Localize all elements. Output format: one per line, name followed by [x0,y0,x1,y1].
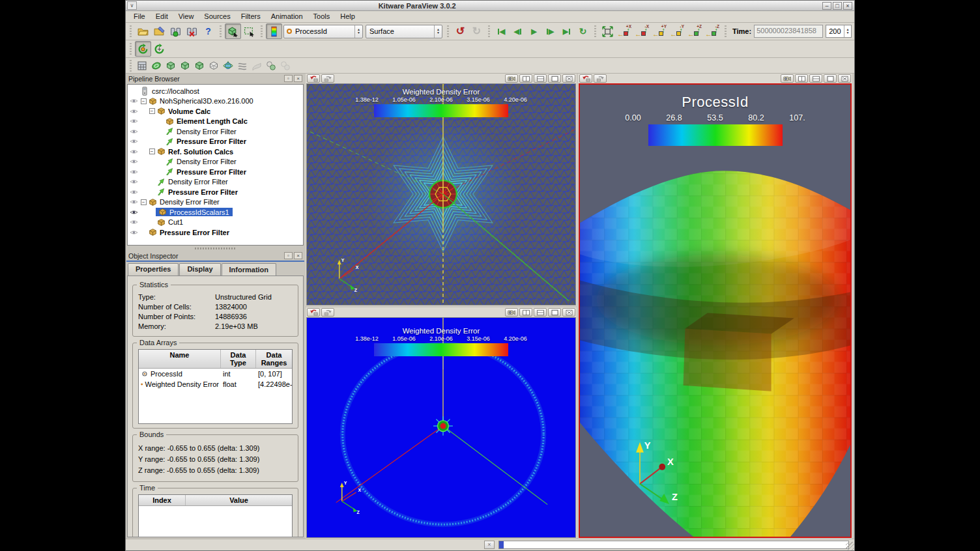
toolbar-grip[interactable] [259,25,264,37]
close-view-button[interactable] [562,74,575,83]
redo-button[interactable]: ↻ [468,23,485,39]
system-menu-icon[interactable]: ∨ [127,1,137,10]
camera-undo-button[interactable] [579,74,592,83]
table-row[interactable]: Weighted Density Error float [4.22498e-1… [139,379,292,389]
panel-close-button[interactable]: × [294,75,302,82]
title-bar[interactable]: ∨ Kitware ParaView 3.0.2 – □ × [126,1,854,11]
lookmark-button[interactable] [781,74,794,83]
tree-expander[interactable]: − [139,199,147,205]
save-data-button[interactable] [151,23,167,39]
menu-filters[interactable]: Filters [236,11,266,22]
calculator-filter-button[interactable] [135,59,149,72]
pipeline-item[interactable]: Density Error Filter [128,126,303,137]
resize-grip-icon[interactable] [846,542,854,550]
toolbar-grip[interactable] [593,25,598,37]
minimize-button[interactable]: – [822,2,831,10]
camera-minus-x-button[interactable]: -X↑← [633,23,651,39]
menu-edit[interactable]: Edit [151,11,173,22]
help-button[interactable]: ? [200,23,216,39]
pipeline-item[interactable]: Element Length Calc [128,117,303,127]
tab-information[interactable]: Information [222,263,277,276]
camera-plus-z-button[interactable]: +Z↑← [686,23,704,39]
camera-minus-y-button[interactable]: -Y↑← [669,23,686,39]
viewport-active[interactable]: Y X Z ProcessId 0.00 26.8 53.5 80.2 107. [579,83,852,538]
time-value-field[interactable]: 500000023841858 [754,25,823,38]
loop-button[interactable]: ↻ [575,23,591,39]
abort-progress-button[interactable]: × [484,541,495,549]
visibility-eye-icon[interactable] [128,199,139,205]
camera-undo-button[interactable] [307,74,320,83]
lookmark-button[interactable] [505,308,518,317]
maximize-view-button[interactable] [824,74,837,83]
toolbar-grip[interactable] [128,43,133,55]
pipeline-item[interactable]: −Volume Calc [128,106,303,117]
warp-filter-button[interactable] [250,59,264,72]
pipeline-item[interactable]: −Density Error Filter [128,197,303,208]
previous-frame-button[interactable]: ◀ [510,23,526,39]
camera-plus-x-button[interactable]: +X↑← [616,23,633,39]
split-vertical-button[interactable] [534,74,547,83]
representation-combo[interactable]: Surface ▲▼ [366,25,442,38]
color-by-combo[interactable]: ProcessId ▲▼ [283,25,363,38]
visibility-eye-icon[interactable] [128,148,139,155]
camera-redo-button[interactable] [321,74,334,83]
camera-minus-z-button[interactable]: -Z↑← [704,23,721,39]
visibility-eye-icon[interactable] [128,229,139,236]
plot-filter-button[interactable] [278,59,293,72]
undo-button[interactable]: ↺ [452,23,468,39]
slice-filter-button[interactable] [178,59,192,72]
lookmark-button[interactable] [505,74,518,83]
visibility-eye-icon[interactable] [128,219,139,225]
color-legend[interactable]: Weighted Density Error 1.38e-12 1.05e-06… [354,88,528,117]
show-center-axes-button[interactable] [135,41,151,57]
maximize-button[interactable]: □ [833,2,842,10]
pipeline-item-selected[interactable]: ProcessIdScalars1 [128,207,303,218]
color-legend[interactable]: Weighted Density Error 1.38e-12 1.05e-06… [354,327,528,356]
toolbar-grip[interactable] [128,60,133,72]
color-legend[interactable]: ProcessId 0.00 26.8 53.5 80.2 107. [611,94,820,146]
last-frame-button[interactable]: ▶ [558,23,575,39]
visibility-eye-icon[interactable] [128,209,139,216]
probe-filter-button[interactable] [264,59,278,72]
pick-center-button[interactable] [151,41,167,57]
tree-expander[interactable]: − [148,108,156,114]
visibility-eye-icon[interactable] [128,98,139,104]
pipeline-item[interactable]: Pressure Error Filter [128,167,303,177]
tab-display[interactable]: Display [179,263,220,276]
menu-tools[interactable]: Tools [308,11,336,22]
close-view-button[interactable] [838,74,851,83]
panel-float-button[interactable]: ▫ [284,252,293,259]
table-row[interactable]: ProcessId int [0, 107] [139,369,292,379]
toolbar-grip[interactable] [723,25,728,37]
visibility-eye-icon[interactable] [128,138,139,145]
panel-float-button[interactable]: ▫ [284,75,293,82]
visibility-eye-icon[interactable] [128,118,139,124]
spinbox-arrows-icon[interactable]: ▲▼ [844,25,852,37]
tree-expander[interactable]: − [139,98,147,104]
split-horizontal-button[interactable] [795,74,808,83]
visibility-eye-icon[interactable] [128,128,139,135]
pipeline-item[interactable]: Pressure Error Filter [128,137,303,147]
connect-button[interactable] [167,23,184,39]
pipeline-item[interactable]: Density Error Filter [128,157,303,167]
processid-block-scene[interactable]: Y X Z [580,85,850,537]
pipeline-item[interactable]: Pressure Error Filter [128,187,303,197]
disconnect-button[interactable] [184,23,200,39]
toolbar-grip[interactable] [218,25,223,37]
threshold-filter-button[interactable] [192,59,207,72]
camera-redo-button[interactable] [594,74,607,83]
tab-properties[interactable]: Properties [128,263,179,276]
close-view-button[interactable] [562,308,575,317]
visibility-eye-icon[interactable] [128,158,139,165]
edit-color-map-button[interactable] [266,23,282,39]
split-vertical-button[interactable] [809,74,822,83]
panel-splitter[interactable] [126,246,305,251]
maximize-view-button[interactable] [548,308,561,317]
tree-expander[interactable]: − [148,148,156,154]
clip-filter-button[interactable] [164,59,178,72]
visibility-eye-icon[interactable] [128,169,139,175]
toolbar-grip[interactable] [446,25,450,37]
visibility-eye-icon[interactable] [128,108,139,115]
pipeline-item[interactable]: Cut1 [128,218,303,228]
split-horizontal-button[interactable] [519,308,532,317]
